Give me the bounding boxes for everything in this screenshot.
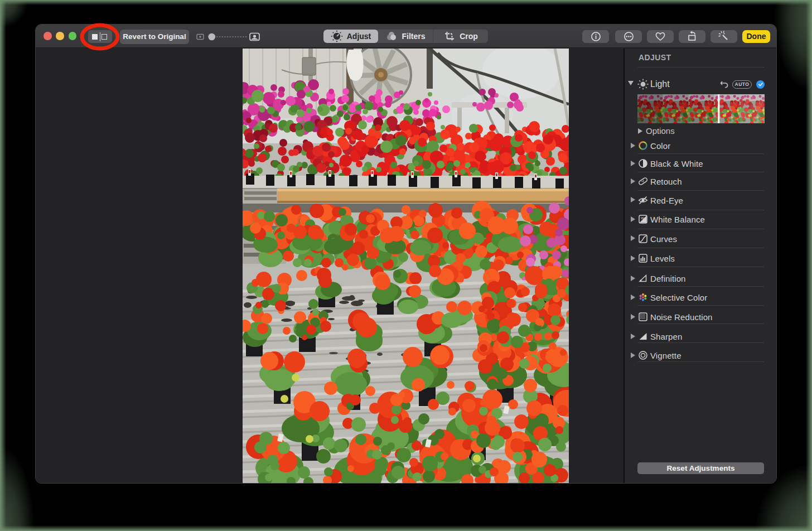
svg-text:W: W: [641, 216, 644, 220]
